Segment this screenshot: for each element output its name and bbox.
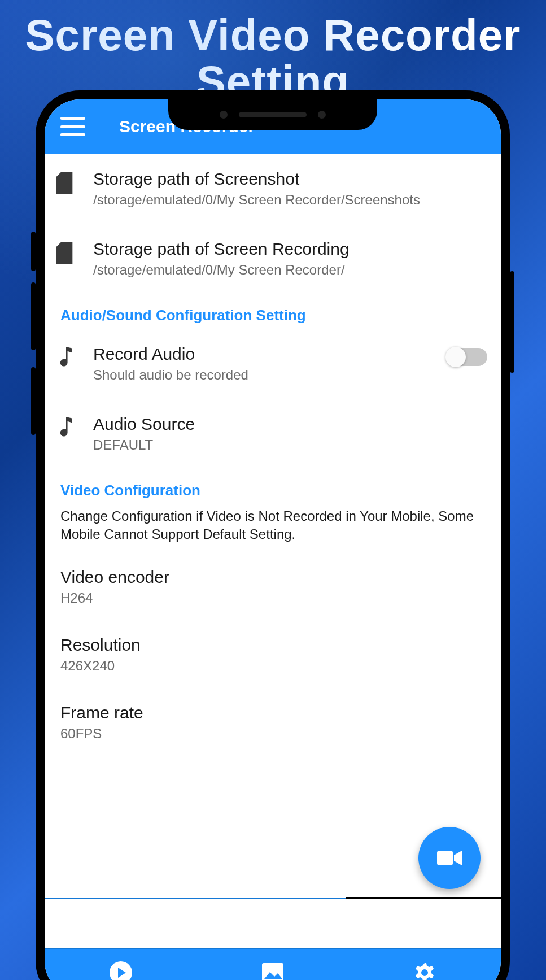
svg-point-3 [421,969,428,976]
resolution-value: 426X240 [60,658,485,674]
storage-recording-path: /storage/emulated/0/My Screen Recorder/ [93,262,487,278]
storage-recording-row[interactable]: Storage path of Screen Recording /storag… [45,224,501,294]
video-section-note: Change Configuration if Video is Not Rec… [45,504,501,553]
promo-line1: Screen Video Recorder [25,10,521,60]
video-encoder-value: H264 [60,590,485,606]
storage-recording-title: Storage path of Screen Recording [93,239,487,259]
nav-settings[interactable] [349,949,501,980]
storage-screenshot-row[interactable]: Storage path of Screenshot /storage/emul… [45,154,501,224]
video-encoder-row[interactable]: Video encoder H264 [45,553,501,621]
bottom-nav [45,948,501,980]
audio-section-header: Audio/Sound Configuration Setting [45,294,501,329]
record-audio-title: Record Audio [93,345,431,364]
video-camera-icon [437,850,462,866]
framerate-title: Frame rate [60,703,485,722]
phone-frame: Screen Recorder Storage path of Screensh… [36,90,510,980]
nav-gallery[interactable] [196,949,348,980]
resolution-title: Resolution [60,635,485,655]
resolution-row[interactable]: Resolution 426X240 [45,621,501,689]
record-audio-row[interactable]: Record Audio Should audio be recorded [45,329,501,399]
svg-rect-0 [437,851,453,865]
storage-screenshot-path: /storage/emulated/0/My Screen Recorder/S… [93,192,487,208]
promo-title: Screen Video Recorder Setting [0,0,546,105]
image-icon [261,962,285,980]
sd-card-icon [55,239,77,264]
music-note-icon [55,415,77,437]
audio-source-row[interactable]: Audio Source DEFAULT [45,399,501,469]
record-audio-sub: Should audio be recorded [93,367,431,383]
music-note-icon [55,345,77,367]
audio-source-value: DEFAULT [93,437,487,453]
record-audio-toggle[interactable] [447,348,487,366]
audio-source-title: Audio Source [93,415,487,434]
gear-icon [413,961,436,980]
storage-screenshot-title: Storage path of Screenshot [93,169,487,189]
nav-play[interactable] [45,949,196,980]
record-fab[interactable] [418,827,481,889]
settings-content: Storage path of Screenshot /storage/emul… [45,154,501,948]
play-icon [109,961,133,980]
framerate-row[interactable]: Frame rate 60FPS [45,689,501,756]
video-encoder-title: Video encoder [60,568,485,587]
video-section-header: Video Configuration [45,469,501,504]
framerate-value: 60FPS [60,726,485,742]
menu-icon[interactable] [60,117,85,136]
sd-card-icon [55,169,77,194]
